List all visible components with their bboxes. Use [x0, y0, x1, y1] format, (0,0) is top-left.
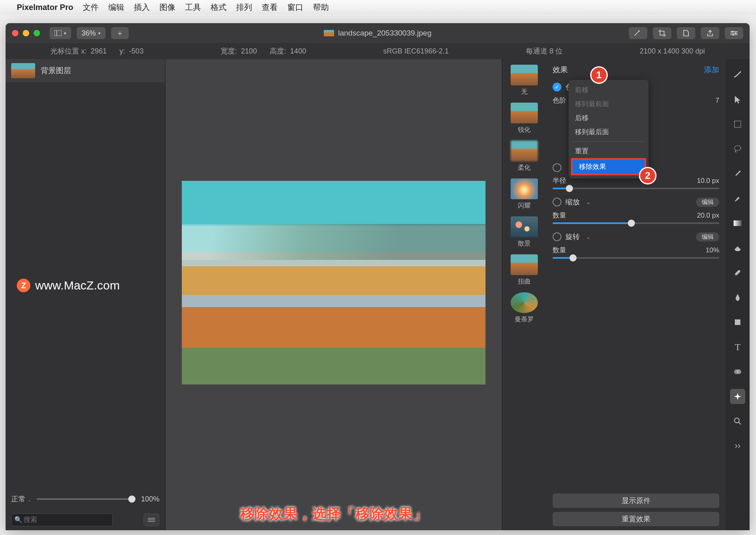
- show-original-button[interactable]: 显示原件: [553, 493, 719, 508]
- sparkle-icon: [733, 392, 742, 401]
- blend-mode-dropdown[interactable]: 正常 ⌄: [11, 494, 31, 504]
- watermark-logo-icon: Z: [17, 279, 30, 292]
- param-value: 10%: [706, 246, 719, 254]
- tool-erase[interactable]: [730, 240, 745, 256]
- window-close-button[interactable]: [12, 30, 18, 36]
- effect-enable-toggle[interactable]: [553, 198, 561, 206]
- effect-enable-toggle[interactable]: [553, 163, 561, 172]
- effect-enable-toggle[interactable]: ✓: [553, 83, 561, 91]
- share-icon: [707, 30, 713, 37]
- app-menu[interactable]: Pixelmator Pro: [17, 3, 73, 12]
- brush-icon: [733, 70, 742, 79]
- tool-shape[interactable]: [730, 315, 745, 330]
- zoom-dropdown[interactable]: 36% ▾: [77, 27, 105, 39]
- chevron-down-icon[interactable]: ⌄: [584, 198, 593, 206]
- magnifier-icon: [734, 417, 742, 425]
- preset-label: 散景: [518, 240, 531, 248]
- menu-help[interactable]: 帮助: [313, 2, 329, 13]
- tool-arrow[interactable]: [730, 92, 745, 107]
- preset-sharpen[interactable]: 锐化: [511, 103, 538, 134]
- preset-label: 扭曲: [518, 277, 531, 286]
- preset-none[interactable]: 无: [511, 65, 538, 96]
- tool-color[interactable]: [730, 364, 745, 379]
- tool-eyedropper[interactable]: [730, 166, 745, 181]
- settings-button[interactable]: [725, 27, 743, 39]
- window-minimize-button[interactable]: [23, 30, 29, 36]
- crop-button[interactable]: [653, 27, 671, 39]
- opacity-slider[interactable]: [37, 498, 135, 500]
- svg-point-12: [734, 418, 739, 423]
- effects-presets-column: 无 锐化 柔化 闪耀 散景 扭曲 曼荼罗: [502, 59, 546, 530]
- tool-pen[interactable]: [730, 290, 745, 305]
- layer-item[interactable]: 背景图层: [6, 59, 165, 82]
- tool-more[interactable]: ››: [730, 438, 745, 454]
- param-slider[interactable]: [553, 257, 719, 259]
- tool-marquee[interactable]: [730, 117, 745, 132]
- tool-effects[interactable]: [730, 389, 745, 404]
- preset-distort[interactable]: 扭曲: [511, 254, 538, 286]
- color-adjust-button[interactable]: [677, 27, 695, 39]
- menu-view[interactable]: 查看: [262, 2, 278, 13]
- param-slider[interactable]: [553, 222, 719, 224]
- menu-move-forward[interactable]: 前移: [569, 83, 649, 97]
- menu-reset[interactable]: 重置: [569, 144, 649, 158]
- preset-bokeh[interactable]: 散景: [511, 216, 538, 248]
- preset-label: 无: [521, 88, 527, 96]
- menu-tools[interactable]: 工具: [185, 2, 201, 13]
- info-bar: 光标位置 x: 2961 y: -503 宽度: 2100 高度: 1400 s…: [6, 43, 750, 59]
- preset-soften[interactable]: 柔化: [511, 141, 538, 172]
- tool-style[interactable]: [730, 67, 745, 82]
- menu-move-back[interactable]: 移到最后面: [569, 125, 649, 139]
- layer-filter-button[interactable]: [143, 513, 159, 526]
- add-effect-button[interactable]: 添加: [704, 65, 719, 75]
- edit-effect-button[interactable]: 编辑: [696, 198, 719, 207]
- app-window: ▾ 36% ▾ ＋ landscape_205330039.jpeg 光标位置 …: [6, 23, 750, 530]
- chevron-right-icon: ››: [735, 441, 741, 451]
- svg-rect-7: [734, 220, 742, 226]
- tool-repair[interactable]: [730, 265, 745, 280]
- chevron-down-icon[interactable]: ⌄: [584, 232, 593, 241]
- preset-label: 曼荼罗: [515, 315, 534, 324]
- canvas[interactable]: 移除效果，选择「移除效果」: [165, 59, 502, 530]
- tool-text[interactable]: T: [730, 339, 745, 355]
- effects-controls: 效果 添加 ✓ 色调分离 ⌄ 色阶 7 前移 移到最前面 后移: [546, 59, 726, 530]
- ml-enhance-button[interactable]: [629, 27, 647, 39]
- bit-depth: 每通道 8 位: [526, 46, 563, 56]
- menu-arrange[interactable]: 排列: [236, 2, 252, 13]
- add-button[interactable]: ＋: [111, 27, 129, 39]
- param-slider[interactable]: [553, 188, 719, 189]
- bandage-icon: [734, 269, 742, 277]
- preset-flare[interactable]: 闪耀: [511, 178, 538, 210]
- tool-zoom[interactable]: [730, 414, 745, 429]
- menu-file[interactable]: 文件: [83, 2, 99, 13]
- layer-thumb-icon: [11, 63, 35, 78]
- tool-gradient[interactable]: [730, 216, 745, 231]
- menu-edit[interactable]: 编辑: [108, 2, 124, 13]
- svg-rect-8: [734, 269, 741, 276]
- menu-remove-effect[interactable]: 移除效果: [573, 160, 645, 174]
- param-value: 7: [716, 97, 719, 105]
- canvas-image: [182, 181, 485, 384]
- sidebar-toggle-button[interactable]: ▾: [50, 27, 71, 39]
- menu-insert[interactable]: 插入: [134, 2, 150, 13]
- reset-effects-button[interactable]: 重置效果: [553, 512, 719, 526]
- tool-paint[interactable]: [730, 191, 745, 206]
- layer-search-input[interactable]: [11, 513, 113, 526]
- effect-enable-toggle[interactable]: [553, 232, 561, 241]
- lasso-icon: [733, 145, 742, 153]
- window-zoom-button[interactable]: [34, 30, 40, 36]
- menu-move-backward[interactable]: 后移: [569, 111, 649, 125]
- text-icon: T: [735, 342, 741, 353]
- menu-move-front[interactable]: 移到最前面: [569, 97, 649, 111]
- tool-lasso[interactable]: [730, 141, 745, 157]
- callout-badge-2: 2: [639, 167, 657, 184]
- share-button[interactable]: [701, 27, 719, 39]
- square-icon: [734, 319, 741, 326]
- edit-effect-button[interactable]: 编辑: [696, 232, 719, 242]
- menu-window[interactable]: 窗口: [287, 2, 303, 13]
- menu-image[interactable]: 图像: [159, 2, 175, 13]
- cursor-y-label: y: -503: [119, 47, 143, 55]
- preset-kaleido[interactable]: 曼荼罗: [511, 292, 538, 324]
- menu-format[interactable]: 格式: [211, 2, 227, 13]
- paintbrush-icon: [734, 194, 742, 202]
